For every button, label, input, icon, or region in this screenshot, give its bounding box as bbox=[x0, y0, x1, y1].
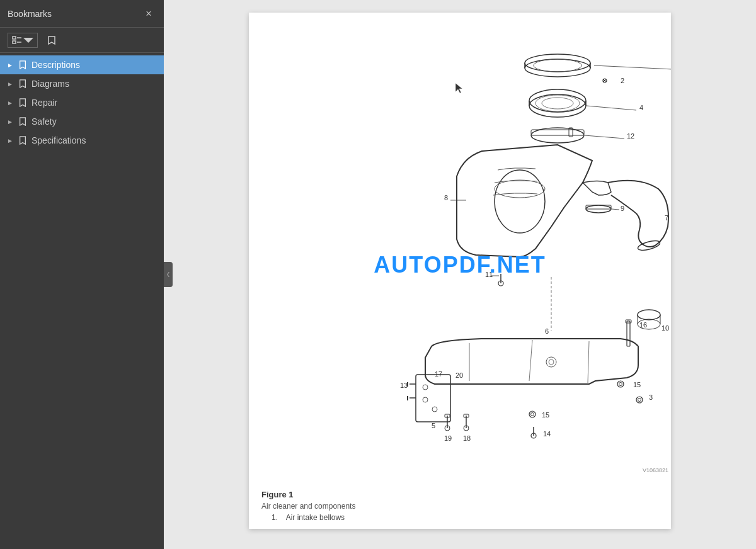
svg-text:17: 17 bbox=[435, 370, 442, 378]
sidebar-title: Bookmarks bbox=[8, 9, 52, 19]
svg-point-64 bbox=[432, 407, 437, 412]
svg-point-21 bbox=[542, 98, 573, 109]
bookmark-label-repair: Repair bbox=[32, 98, 57, 108]
svg-text:6: 6 bbox=[545, 327, 549, 335]
svg-text:8: 8 bbox=[444, 194, 448, 201]
figure-description: Air cleaner and components bbox=[261, 502, 658, 511]
svg-text:4: 4 bbox=[639, 104, 643, 111]
bookmark-list: ► Descriptions ► Diagrams ► bbox=[0, 53, 164, 549]
svg-point-62 bbox=[423, 385, 428, 390]
svg-rect-0 bbox=[13, 37, 16, 39]
sidebar: Bookmarks × ► bbox=[0, 0, 164, 549]
bookmark-item-repair[interactable]: ► Repair bbox=[0, 93, 164, 112]
figure-item-text: Air intake bellows bbox=[286, 513, 345, 522]
svg-text:14: 14 bbox=[543, 430, 551, 438]
svg-point-37 bbox=[637, 239, 661, 252]
main-content: AUTOPDF.NET 1 2 bbox=[164, 0, 756, 549]
chevron-right-icon-diagrams: ► bbox=[6, 80, 14, 88]
svg-point-63 bbox=[423, 397, 428, 402]
bookmark-icon bbox=[47, 35, 57, 45]
parts-diagram-svg: 1 2 4 bbox=[249, 13, 671, 485]
bookmark-item-safety[interactable]: ► Safety bbox=[0, 112, 164, 131]
chevron-left-icon bbox=[165, 271, 171, 278]
bookmark-view-button[interactable] bbox=[43, 33, 60, 47]
figure-item-number: 1. bbox=[272, 513, 278, 522]
svg-point-9 bbox=[534, 59, 581, 72]
bookmark-toolbar bbox=[0, 28, 164, 53]
svg-rect-61 bbox=[416, 375, 450, 422]
diagram-area: 1 2 4 bbox=[249, 13, 671, 485]
svg-point-55 bbox=[617, 381, 624, 387]
bookmark-label-diagrams: Diagrams bbox=[32, 79, 69, 89]
svg-text:3: 3 bbox=[649, 393, 653, 401]
svg-point-6 bbox=[525, 54, 590, 72]
svg-point-54 bbox=[549, 359, 554, 365]
svg-point-81 bbox=[529, 411, 536, 417]
svg-rect-34 bbox=[586, 205, 611, 209]
bookmark-label-descriptions: Descriptions bbox=[32, 60, 80, 70]
svg-text:9: 9 bbox=[621, 205, 624, 212]
svg-text:7: 7 bbox=[665, 214, 668, 222]
svg-text:10: 10 bbox=[662, 324, 669, 332]
bookmark-icon-specifications bbox=[18, 135, 28, 145]
svg-text:18: 18 bbox=[463, 434, 471, 442]
svg-point-30 bbox=[495, 180, 545, 198]
chevron-right-icon: ► bbox=[6, 61, 14, 69]
svg-point-53 bbox=[546, 357, 556, 367]
svg-marker-4 bbox=[23, 38, 33, 43]
bookmark-item-diagrams[interactable]: ► Diagrams bbox=[0, 74, 164, 93]
svg-text:19: 19 bbox=[444, 434, 452, 442]
bookmark-item-specifications[interactable]: ► Specifications bbox=[0, 131, 164, 150]
svg-text:2: 2 bbox=[621, 77, 624, 84]
svg-rect-1 bbox=[13, 41, 16, 43]
svg-point-59 bbox=[638, 399, 641, 402]
svg-text:12: 12 bbox=[627, 132, 634, 140]
svg-text:5: 5 bbox=[432, 422, 435, 429]
svg-line-11 bbox=[594, 65, 671, 71]
sidebar-header: Bookmarks × bbox=[0, 0, 164, 28]
figure-caption: Figure 1 Air cleaner and components 1. A… bbox=[249, 485, 671, 527]
bookmark-icon-repair bbox=[18, 98, 28, 108]
collapse-sidebar-button[interactable] bbox=[164, 262, 173, 287]
svg-rect-25 bbox=[531, 130, 584, 135]
list-view-button[interactable] bbox=[8, 33, 38, 48]
svg-line-23 bbox=[587, 106, 636, 110]
bookmark-label-specifications: Specifications bbox=[32, 135, 86, 145]
svg-text:15: 15 bbox=[542, 411, 549, 419]
dropdown-arrow-icon bbox=[23, 35, 33, 45]
document-page: AUTOPDF.NET 1 2 bbox=[249, 13, 671, 529]
svg-text:11: 11 bbox=[485, 271, 493, 278]
page-area[interactable]: AUTOPDF.NET 1 2 bbox=[164, 0, 756, 549]
svg-text:20: 20 bbox=[455, 371, 463, 379]
list-icon bbox=[12, 35, 22, 45]
svg-point-58 bbox=[636, 397, 643, 403]
bookmark-icon-safety bbox=[18, 116, 28, 127]
svg-rect-45 bbox=[627, 321, 630, 346]
svg-text:13: 13 bbox=[400, 382, 408, 389]
chevron-right-icon-specifications: ► bbox=[6, 137, 14, 144]
svg-line-36 bbox=[612, 209, 619, 210]
version-tag: V1063821 bbox=[643, 467, 668, 473]
chevron-right-icon-safety: ► bbox=[6, 118, 14, 125]
chevron-right-icon-repair: ► bbox=[6, 99, 14, 106]
svg-line-28 bbox=[585, 135, 624, 139]
svg-point-82 bbox=[531, 413, 534, 416]
svg-point-29 bbox=[495, 170, 545, 233]
svg-text:15: 15 bbox=[633, 381, 641, 388]
bookmark-icon-descriptions bbox=[18, 60, 28, 70]
bookmark-item-descriptions[interactable]: ► Descriptions bbox=[0, 55, 164, 74]
bookmark-label-safety: Safety bbox=[32, 116, 57, 127]
svg-point-48 bbox=[638, 310, 660, 320]
bookmark-icon-diagrams bbox=[18, 79, 28, 89]
svg-point-56 bbox=[619, 383, 622, 386]
figure-title: Figure 1 bbox=[261, 490, 658, 499]
close-button[interactable]: × bbox=[141, 6, 156, 21]
svg-point-5 bbox=[525, 59, 590, 77]
figure-item-1: 1. Air intake bellows bbox=[272, 513, 658, 522]
